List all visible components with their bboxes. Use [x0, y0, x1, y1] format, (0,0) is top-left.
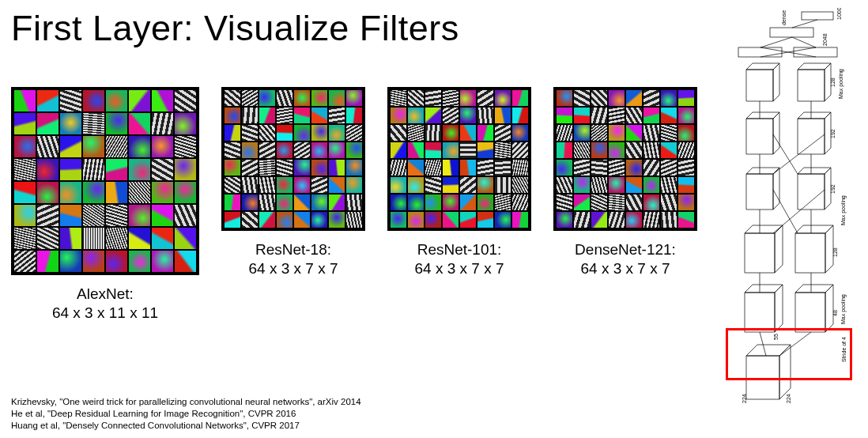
filter-tile [329, 194, 345, 210]
net-shape: 64 x 3 x 7 x 7 [580, 260, 670, 277]
net-col-alexnet: AlexNet: 64 x 3 x 11 x 11 [11, 87, 199, 323]
filter-tile [259, 177, 275, 193]
filter-tile [512, 142, 528, 158]
ref-line: Krizhevsky, "One weird trick for paralle… [11, 396, 361, 408]
filter-tile [106, 205, 127, 226]
filter-tile [591, 90, 607, 106]
filter-tile [425, 125, 441, 141]
filter-tile [609, 108, 625, 123]
svg-line-8 [792, 20, 817, 28]
filter-tile [477, 160, 493, 176]
filter-tile [60, 113, 81, 134]
filter-tile [591, 212, 607, 228]
filter-tile [391, 108, 406, 123]
label-n224: 224 [742, 394, 747, 403]
filter-tile [443, 160, 459, 176]
filter-tile [277, 142, 292, 158]
filter-tile [225, 194, 240, 210]
net-shape: 64 x 3 x 7 x 7 [414, 260, 504, 277]
net-col-densenet121: DenseNet-121: 64 x 3 x 7 x 7 [553, 87, 697, 278]
filter-tile [242, 108, 258, 123]
filter-tile [14, 228, 36, 249]
filter-tile [152, 159, 173, 180]
filter-tile [460, 125, 476, 141]
filter-tile [60, 205, 81, 226]
filter-tile [277, 160, 292, 176]
filter-tile [661, 125, 677, 141]
caption-resnet101: ResNet-101: 64 x 3 x 7 x 7 [414, 240, 504, 278]
filter-tile [175, 228, 196, 249]
filter-tile [311, 108, 327, 123]
filter-tile [495, 160, 511, 176]
filter-tile [643, 177, 659, 193]
filter-tile [225, 90, 240, 106]
filter-tile [37, 90, 58, 111]
label-n192: 192 [830, 184, 836, 194]
filter-tile [557, 212, 572, 228]
filter-tile [346, 160, 362, 176]
filter-tile [643, 160, 659, 176]
filter-tile [225, 142, 240, 158]
filter-tile [678, 160, 694, 176]
filter-tile [259, 194, 275, 210]
filter-tile [609, 160, 625, 176]
label-n192: 192 [830, 129, 836, 138]
filter-tile [626, 90, 642, 106]
filter-tile [443, 142, 459, 158]
label-n48: 48 [832, 310, 838, 316]
filter-tile [460, 160, 476, 176]
filter-tile [152, 113, 173, 134]
filter-tile [152, 90, 173, 111]
svg-rect-2 [738, 47, 782, 57]
filter-tile [277, 90, 292, 106]
filter-tile [242, 212, 258, 228]
filter-tile [242, 194, 258, 210]
filter-tile [83, 182, 104, 203]
filter-tile [609, 125, 625, 141]
net-name: ResNet-101: [417, 241, 502, 258]
filter-tile [83, 90, 104, 111]
filter-tile [477, 108, 493, 123]
filter-tile [626, 160, 642, 176]
filter-tile [129, 136, 150, 157]
filter-tile [242, 90, 258, 106]
filter-tile [83, 113, 104, 134]
net-name: AlexNet: [77, 285, 134, 302]
filter-tile [574, 194, 590, 210]
filter-tile [259, 125, 275, 141]
filter-tile [242, 142, 258, 158]
filter-tile [591, 194, 607, 210]
filter-tile [346, 142, 362, 158]
label-n1000: 1000 [836, 8, 842, 20]
filter-grids-row: AlexNet: 64 x 3 x 11 x 11 ResNet-18: 64 … [11, 87, 697, 323]
filter-tile [391, 177, 406, 193]
filter-tile [512, 90, 528, 106]
filter-tile [495, 125, 511, 141]
filter-tile [294, 125, 310, 141]
filter-tile [152, 251, 173, 272]
filter-tile [443, 108, 459, 123]
filter-tile [408, 160, 424, 176]
filter-tile [225, 160, 240, 176]
filter-tile [129, 182, 150, 203]
filter-tile [37, 113, 58, 134]
filter-grid-densenet121 [553, 87, 697, 231]
filter-tile [14, 205, 36, 226]
filter-tile [425, 212, 441, 228]
filter-tile [443, 90, 459, 106]
svg-rect-3 [794, 47, 837, 57]
filter-tile [408, 90, 424, 106]
net-col-resnet18: ResNet-18: 64 x 3 x 7 x 7 [221, 87, 365, 278]
filter-tile [512, 160, 528, 176]
filter-tile [175, 159, 196, 180]
net-name: DenseNet-121: [575, 241, 676, 258]
filter-tile [626, 194, 642, 210]
filter-tile [609, 212, 625, 228]
filter-tile [443, 177, 459, 193]
filter-tile [626, 142, 642, 158]
filter-tile [591, 177, 607, 193]
filter-tile [591, 160, 607, 176]
filter-tile [60, 251, 81, 272]
filter-tile [495, 212, 511, 228]
filter-tile [294, 194, 310, 210]
